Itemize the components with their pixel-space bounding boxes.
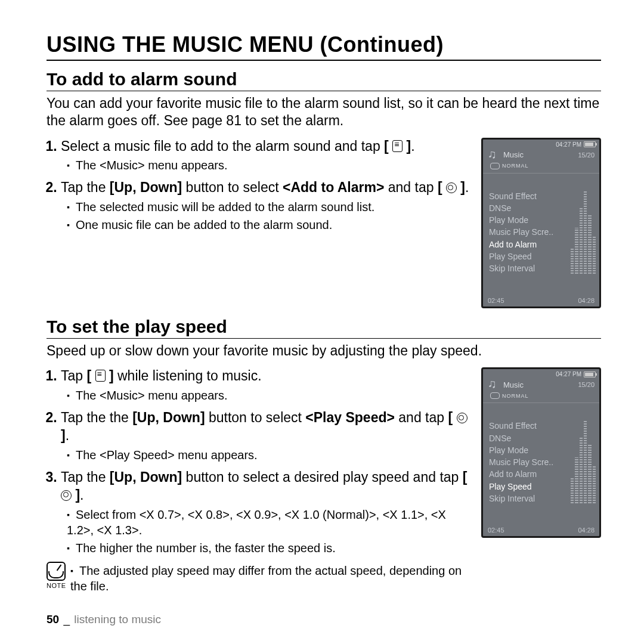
device-time-left: 02:45 xyxy=(488,527,504,534)
footer-separator: _ xyxy=(63,613,70,626)
menu-icon xyxy=(95,370,106,382)
device-time-right: 04:28 xyxy=(578,297,595,304)
ps-step-1-note: The <Music> menu appears. xyxy=(67,388,473,403)
page-number: 50 xyxy=(47,613,59,626)
section-intro-playspeed: Speed up or slow down your favorite musi… xyxy=(47,342,601,360)
repeat-icon xyxy=(490,163,500,169)
battery-icon xyxy=(584,141,596,147)
equalizer-icon xyxy=(571,190,599,275)
device-clock: 04:27 PM xyxy=(556,141,581,148)
device-screenshot-playspeed: 04:27 PM Music 15/20 NORMAL Sound Effect… xyxy=(481,367,601,538)
step-1-note: The <Music> menu appears. xyxy=(67,157,473,173)
equalizer-icon xyxy=(571,420,599,504)
device-time-right: 04:28 xyxy=(578,527,595,534)
device-track-count: 15/20 xyxy=(578,381,595,388)
music-note-icon xyxy=(488,378,501,391)
step-2-note-2: One music file can be added to the alarm… xyxy=(67,217,473,233)
device-menu-highlight: Add to Alarm xyxy=(488,239,571,250)
battery-icon xyxy=(584,371,596,377)
footer-section: listening to music xyxy=(74,613,161,626)
ps-step-3-note-1: Select from <X 0.7>, <X 0.8>, <X 0.9>, <… xyxy=(67,507,473,538)
section-intro-alarm: You can add your favorite music file to … xyxy=(47,95,601,129)
device-clock: 04:27 PM xyxy=(556,371,581,377)
ps-step-3-note-2: The higher the number is, the faster the… xyxy=(67,540,473,556)
ps-step-2: Tap the the [Up, Down] button to select … xyxy=(61,409,473,463)
step-1: Select a music file to add to the alarm … xyxy=(61,138,473,174)
device-menu-list: Sound Effect DNSe Play Mode Music Play S… xyxy=(488,420,571,504)
step-2-note-1: The selected music will be added to the … xyxy=(67,199,473,215)
page-footer: 50 _ listening to music xyxy=(47,613,161,626)
ps-step-1: Tap [ ] while listening to music. The <M… xyxy=(61,367,473,403)
device-menu-list: Sound Effect DNSe Play Mode Music Play S… xyxy=(488,190,571,275)
device-menu-highlight: Play Speed xyxy=(488,481,571,493)
ps-step-2-note: The <Play Speed> menu appears. xyxy=(67,447,473,463)
page-title: USING THE MUSIC MENU (Continued) xyxy=(47,32,601,61)
device-title: Music xyxy=(503,150,524,159)
repeat-icon xyxy=(490,392,500,399)
device-track-count: 15/20 xyxy=(578,151,595,159)
select-icon xyxy=(457,413,467,423)
select-icon xyxy=(446,182,457,193)
section-title-alarm: To add to alarm sound xyxy=(47,69,601,91)
section-title-playspeed: To set the play speed xyxy=(47,317,601,339)
select-icon xyxy=(61,490,72,501)
step-1-text: Select a music file to add to the alarm … xyxy=(61,138,384,154)
device-time-left: 02:45 xyxy=(488,297,504,304)
step-2: Tap the [Up, Down] button to select <Add… xyxy=(61,179,473,233)
ps-step-3: Tap the [Up, Down] button to select a de… xyxy=(61,469,473,556)
device-mode: NORMAL xyxy=(502,163,529,169)
music-note-icon xyxy=(488,148,501,162)
device-title: Music xyxy=(503,380,524,389)
device-screenshot-alarm: 04:27 PM Music 15/20 NORMAL Sound Effect… xyxy=(481,138,601,308)
note-text: The adjusted play speed may differ from … xyxy=(70,562,473,594)
device-mode: NORMAL xyxy=(502,393,529,399)
note-icon: NOTE xyxy=(47,562,64,589)
note-label: NOTE xyxy=(47,582,64,589)
menu-icon xyxy=(392,140,402,152)
